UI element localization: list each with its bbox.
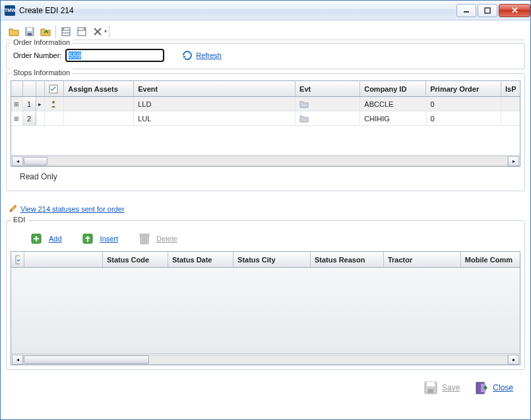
window-frame: TMW Create EDI 214 ✕ <box>0 0 531 420</box>
folder-icon <box>299 115 309 123</box>
col-status-date[interactable]: Status Date <box>168 252 234 267</box>
list-view-icon[interactable] <box>58 24 74 39</box>
add-icon <box>30 231 45 246</box>
expand-col <box>11 81 23 96</box>
selector-col[interactable] <box>45 81 65 96</box>
svg-point-15 <box>52 101 55 104</box>
tool-icon[interactable] <box>74 24 90 39</box>
col-blank[interactable] <box>24 252 103 267</box>
app-icon: TMW <box>5 5 15 16</box>
row-action-icon[interactable] <box>45 111 65 125</box>
scroll-left-icon[interactable]: ◂ <box>12 355 23 365</box>
caret-col <box>36 81 45 96</box>
cell-primary: 0 <box>427 111 502 125</box>
svg-rect-27 <box>427 382 435 386</box>
view-statuses-link[interactable]: View 214 statuses sent for order <box>9 204 125 214</box>
row-caret <box>36 111 45 125</box>
insert-button[interactable]: Insert <box>82 231 119 246</box>
delete-label: Delete <box>156 235 177 243</box>
order-number-input[interactable] <box>65 49 164 62</box>
save-icon[interactable] <box>22 24 38 39</box>
scroll-track[interactable] <box>23 156 508 166</box>
svg-point-8 <box>63 28 64 30</box>
col-primary-order[interactable]: Primary Order <box>426 81 501 96</box>
trash-icon <box>138 231 152 246</box>
scroll-right-icon[interactable]: ▸ <box>508 355 519 365</box>
svg-rect-3 <box>27 28 32 31</box>
delete-button: Delete <box>138 231 177 246</box>
cell-primary: 0 <box>427 97 502 111</box>
cell-company: ABCCLE <box>360 97 426 111</box>
row-number: 1 <box>23 97 36 111</box>
edi-grid: Status Code Status Date Status City Stat… <box>11 251 520 365</box>
stops-grid-header: Assign Assets Event Evt Company ID Prima… <box>11 81 520 97</box>
expand-icon[interactable]: ⊞ <box>11 111 23 125</box>
col-assign-assets[interactable]: Assign Assets <box>64 81 134 96</box>
cell-event: LLD <box>134 97 296 111</box>
cell-evt <box>296 111 360 125</box>
maximize-button[interactable] <box>478 4 497 17</box>
col-isp[interactable]: IsP <box>501 81 520 96</box>
col-event[interactable]: Event <box>134 81 296 96</box>
cell-isp <box>501 111 520 125</box>
selector-col[interactable] <box>11 252 24 267</box>
col-company-id[interactable]: Company ID <box>360 81 426 96</box>
stops-legend: Stops Information <box>11 69 73 76</box>
expand-icon[interactable]: ⊞ <box>11 97 23 111</box>
close-window-button[interactable]: ✕ <box>499 4 530 17</box>
table-row[interactable]: ⊞ 2 LUL CHIHIG 0 <box>11 111 520 126</box>
row-action-icon[interactable] <box>45 97 65 111</box>
col-evt[interactable]: Evt <box>296 81 360 96</box>
col-tractor[interactable]: Tractor <box>384 252 461 267</box>
close-label: Close <box>493 383 513 392</box>
stops-hscroll[interactable]: ◂ ▸ <box>11 155 520 166</box>
add-button[interactable]: Add <box>30 231 62 246</box>
close-button[interactable]: Close <box>474 380 513 395</box>
cell-event: LUL <box>134 111 296 125</box>
svg-rect-4 <box>28 33 32 36</box>
save-label: Save <box>442 383 460 392</box>
edi-legend: EDI <box>11 216 28 224</box>
close-door-icon <box>474 380 489 395</box>
col-status-code[interactable]: Status Code <box>103 252 168 267</box>
pencil-icon <box>9 204 18 214</box>
toolbar: ▾ <box>6 23 525 40</box>
col-status-city[interactable]: Status City <box>234 252 311 267</box>
col-mobile-comm[interactable]: Mobile Comm <box>461 252 520 267</box>
folder-icon <box>299 100 309 108</box>
svg-rect-21 <box>140 234 149 236</box>
edi-group: EDI Add Insert Delete <box>6 220 525 370</box>
scroll-track[interactable] <box>23 355 508 365</box>
scroll-thumb[interactable] <box>24 157 47 165</box>
svg-rect-28 <box>428 389 433 393</box>
refresh-button[interactable]: Refresh <box>181 49 222 61</box>
scroll-right-icon[interactable]: ▸ <box>508 156 519 166</box>
order-number-label: Order Number: <box>13 51 61 59</box>
read-only-label: Read Only <box>11 167 520 187</box>
import-icon[interactable] <box>38 24 53 39</box>
minimize-button[interactable] <box>456 4 476 17</box>
rownum-col <box>23 81 36 96</box>
refresh-icon <box>181 49 193 61</box>
svg-rect-18 <box>34 238 39 239</box>
scroll-left-icon[interactable]: ◂ <box>12 156 23 166</box>
footer: Save Close <box>6 374 525 398</box>
stops-grid: Assign Assets Event Evt Company ID Prima… <box>11 80 520 167</box>
order-information-group: Order Information Order Number: Refresh <box>6 43 525 69</box>
edi-grid-body <box>11 268 520 353</box>
cell-assets <box>64 111 134 125</box>
refresh-label: Refresh <box>196 51 222 59</box>
dropdown-arrow-icon[interactable]: ▾ <box>104 28 107 34</box>
titlebar: TMW Create EDI 214 ✕ <box>1 1 530 20</box>
delete-icon[interactable] <box>90 24 106 39</box>
stops-information-group: Stops Information Assign Assets Event Ev… <box>6 73 525 191</box>
svg-point-11 <box>84 28 85 30</box>
table-row[interactable]: ⊞ 1 ▸ LLD ABCCLE 0 <box>11 97 520 111</box>
open-icon[interactable] <box>6 24 22 39</box>
cell-company: CHIHIG <box>360 111 426 125</box>
scroll-thumb[interactable] <box>24 355 149 364</box>
add-label: Add <box>49 235 62 243</box>
col-status-reason[interactable]: Status Reason <box>311 252 384 267</box>
save-icon <box>423 380 438 395</box>
edi-hscroll[interactable]: ◂ ▸ <box>11 353 520 365</box>
